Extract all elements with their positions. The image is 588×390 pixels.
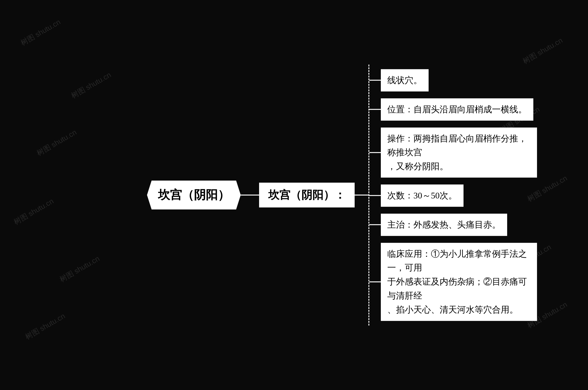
dashed-vertical-line xyxy=(368,64,369,326)
branch-6-text: 临床应用：①为小儿推拿常例手法之一，可用于外感表证及内伤杂病；②目赤痛可与清肝经… xyxy=(387,249,527,314)
middle-node: 坎宫（阴阳）： xyxy=(259,183,355,207)
watermark-6: 树图 shutu.cn xyxy=(23,311,67,342)
branches-container: 线状穴。 位置：自眉头沿眉向眉梢成一横线。 操作：两拇指自眉心向眉梢作分推，称推… xyxy=(369,64,537,326)
branch-5: 主治：外感发热、头痛目赤。 xyxy=(369,214,537,236)
branch-2-hline xyxy=(369,109,381,110)
branch-1-node: 线状穴。 xyxy=(381,69,429,92)
watermark-2: 树图 shutu.cn xyxy=(69,70,113,101)
branch-4-node: 次数：30～50次。 xyxy=(381,185,463,207)
watermark-3: 树图 shutu.cn xyxy=(35,127,79,158)
branch-1-hline xyxy=(369,80,381,81)
mind-map: 坎宫（阴阳） 坎宫（阴阳）： 线状穴。 位置：自眉头沿眉向眉梢成一横线。 xyxy=(147,64,441,326)
branch-6-node: 临床应用：①为小儿推拿常例手法之一，可用于外感表证及内伤杂病；②目赤痛可与清肝经… xyxy=(381,243,537,321)
root-label: 坎宫（阴阳） xyxy=(158,188,230,201)
branch-4-hline xyxy=(369,195,381,196)
right-side: 线状穴。 位置：自眉头沿眉向眉梢成一横线。 操作：两拇指自眉心向眉梢作分推，称推… xyxy=(368,64,537,326)
branch-3: 操作：两拇指自眉心向眉梢作分推，称推坎宫，又称分阴阳。 xyxy=(369,128,537,178)
branch-3-hline xyxy=(369,152,381,153)
connector-h1 xyxy=(241,195,259,195)
branch-1-text: 线状穴。 xyxy=(387,75,422,85)
branch-3-node: 操作：两拇指自眉心向眉梢作分推，称推坎宫，又称分阴阳。 xyxy=(381,128,537,178)
branch-6-hline xyxy=(369,281,381,282)
watermark-1: 树图 shutu.cn xyxy=(19,17,62,48)
branch-4-text: 次数：30～50次。 xyxy=(387,191,457,200)
root-node: 坎宫（阴阳） xyxy=(147,181,241,209)
branch-1: 线状穴。 xyxy=(369,69,537,92)
middle-label: 坎宫（阴阳）： xyxy=(268,189,345,201)
branch-4: 次数：30～50次。 xyxy=(369,185,537,207)
watermark-4: 树图 shutu.cn xyxy=(12,196,55,227)
connector-h2 xyxy=(355,195,368,195)
branch-3-text: 操作：两拇指自眉心向眉梢作分推，称推坎宫，又称分阴阳。 xyxy=(387,134,527,171)
branch-5-node: 主治：外感发热、头痛目赤。 xyxy=(381,214,507,236)
branch-2: 位置：自眉头沿眉向眉梢成一横线。 xyxy=(369,98,537,121)
branch-5-hline xyxy=(369,224,381,225)
branch-2-node: 位置：自眉头沿眉向眉梢成一横线。 xyxy=(381,98,533,121)
watermark-5: 树图 shutu.cn xyxy=(58,253,101,285)
watermark-7: 树图 shutu.cn xyxy=(521,35,565,66)
branch-5-text: 主治：外感发热、头痛目赤。 xyxy=(387,220,501,230)
branch-2-text: 位置：自眉头沿眉向眉梢成一横线。 xyxy=(387,104,527,114)
branch-6: 临床应用：①为小儿推拿常例手法之一，可用于外感表证及内伤杂病；②目赤痛可与清肝经… xyxy=(369,243,537,321)
